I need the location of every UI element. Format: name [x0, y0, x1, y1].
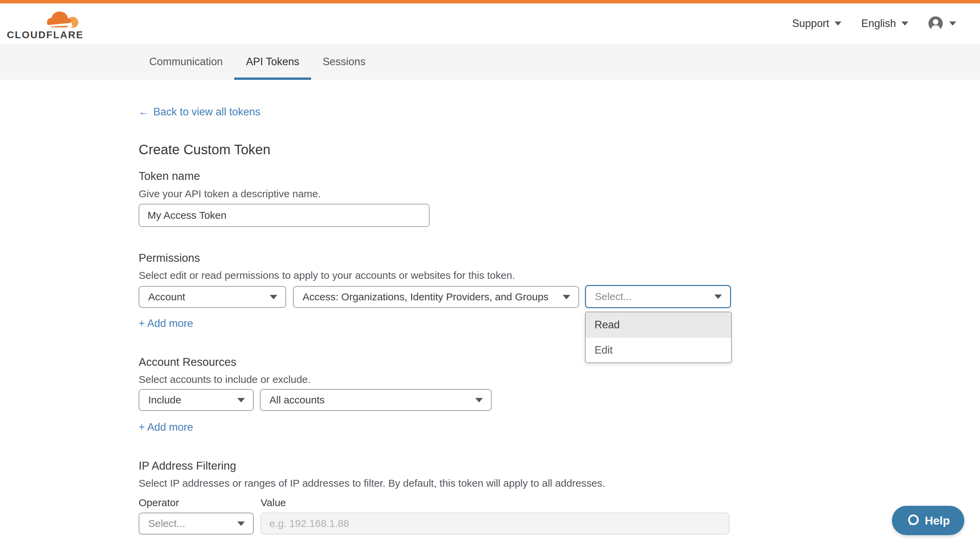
profile-tab-bar: Communication API Tokens Sessions: [0, 44, 980, 80]
token-name-description: Give your API token a descriptive name.: [138, 188, 321, 200]
chevron-down-icon: [237, 398, 245, 402]
chevron-down-icon: [835, 22, 842, 25]
brand-accent-bar: [0, 0, 980, 3]
account-resources-mode-value: Include: [148, 394, 181, 406]
help-button[interactable]: Help: [892, 506, 964, 535]
account-resources-add-more-link[interactable]: + Add more: [138, 421, 193, 433]
chevron-down-icon: [902, 22, 908, 25]
account-resources-accounts-select[interactable]: All accounts: [260, 389, 492, 411]
ip-filtering-description: Select IP addresses or ranges of IP addr…: [138, 477, 605, 489]
active-tab-indicator: [234, 78, 311, 80]
permission-level-menu: Read Edit: [585, 312, 732, 363]
language-label: English: [861, 17, 896, 30]
site-header: CLOUDFLARE Support English: [0, 3, 980, 44]
account-resources-description: Select accounts to include or exclude.: [138, 374, 311, 385]
permission-resource-select[interactable]: Access: Organizations, Identity Provider…: [293, 286, 579, 308]
back-link-label: Back to view all tokens: [153, 106, 261, 118]
operator-label: Operator: [138, 497, 179, 509]
menu-option-read[interactable]: Read: [585, 312, 731, 338]
permission-resource-value: Access: Organizations, Identity Provider…: [302, 291, 548, 303]
ip-filtering-heading: IP Address Filtering: [138, 459, 236, 472]
account-resources-accounts-value: All accounts: [269, 394, 325, 406]
token-name-heading: Token name: [138, 170, 200, 182]
menu-option-edit[interactable]: Edit: [585, 338, 731, 362]
chat-bubble-icon: [906, 514, 920, 527]
tab-label: Communication: [149, 56, 223, 68]
chevron-down-icon: [714, 295, 722, 299]
help-button-label: Help: [925, 514, 950, 527]
permission-level-select[interactable]: Select...: [585, 285, 731, 308]
tab-label: API Tokens: [246, 56, 299, 68]
language-menu[interactable]: English: [861, 17, 908, 30]
tab-sessions[interactable]: Sessions: [311, 44, 377, 80]
main-content: ← Back to view all tokens Create Custom …: [0, 80, 980, 544]
ip-operator-select[interactable]: Select...: [138, 512, 254, 534]
token-name-input[interactable]: [138, 204, 430, 227]
value-label: Value: [261, 497, 286, 509]
tab-label: Sessions: [323, 56, 366, 68]
cloudflare-cloud-icon: [44, 10, 80, 29]
logo-wordmark: CLOUDFLARE: [7, 29, 80, 41]
cloudflare-logo[interactable]: CLOUDFLARE: [7, 10, 80, 41]
chevron-down-icon: [475, 398, 483, 402]
tab-communication[interactable]: Communication: [138, 44, 234, 80]
account-menu[interactable]: [928, 16, 956, 31]
support-label: Support: [792, 17, 829, 30]
tab-api-tokens[interactable]: API Tokens: [234, 44, 311, 80]
permissions-description: Select edit or read permissions to apply…: [138, 270, 515, 281]
page-title: Create Custom Token: [138, 142, 270, 157]
left-arrow-icon: ←: [138, 106, 149, 118]
user-avatar-icon: [928, 16, 943, 31]
permission-level-value: Select...: [595, 291, 632, 302]
permissions-heading: Permissions: [138, 252, 200, 265]
permission-scope-value: Account: [148, 291, 185, 303]
permissions-add-more-link[interactable]: + Add more: [138, 317, 193, 330]
chevron-down-icon: [563, 295, 570, 299]
ip-operator-value: Select...: [148, 518, 185, 529]
chevron-down-icon: [270, 295, 277, 299]
back-to-tokens-link[interactable]: ← Back to view all tokens: [138, 106, 261, 118]
chevron-down-icon: [237, 522, 245, 526]
ip-value-input[interactable]: [261, 512, 729, 534]
account-resources-mode-select[interactable]: Include: [138, 389, 254, 411]
chevron-down-icon: [949, 22, 956, 25]
account-resources-heading: Account Resources: [138, 355, 236, 369]
support-menu[interactable]: Support: [792, 17, 842, 30]
permission-scope-select[interactable]: Account: [138, 286, 286, 308]
